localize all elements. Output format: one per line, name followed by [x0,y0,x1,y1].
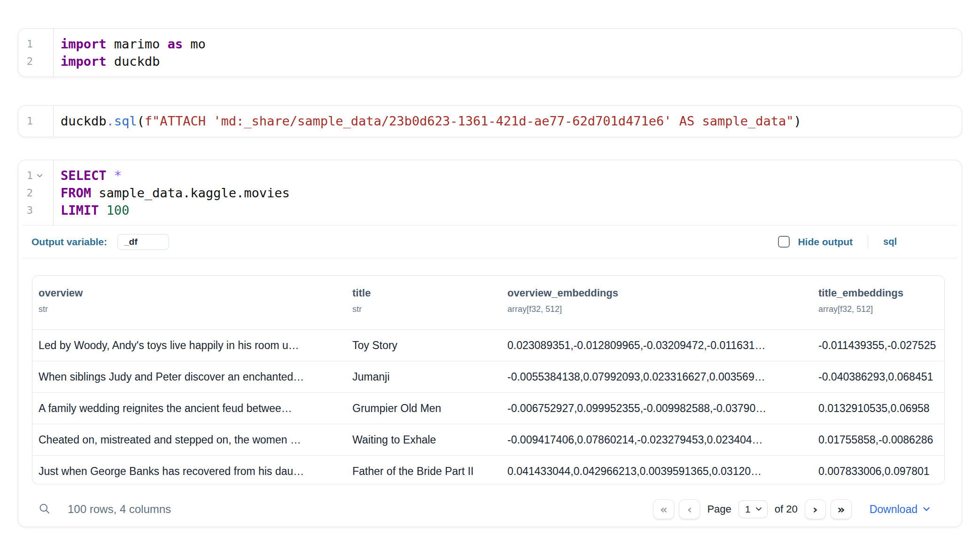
column-header-overview[interactable]: overviewstr [32,276,346,329]
table-row[interactable]: A family wedding reignites the ancient f… [32,392,944,424]
table-row[interactable]: When siblings Judy and Peter discover an… [32,361,944,392]
code-token: import [61,37,107,51]
code-token: marimo [107,37,168,51]
code-line[interactable]: FROM sample_data.kaggle.movies [61,184,962,202]
column-name: overview [39,287,342,299]
table-row[interactable]: Cheated on, mistreated and stepped on, t… [32,424,944,455]
output-variable-label: Output variable: [31,236,107,248]
page-select-value: 1 [745,504,751,515]
code-editor[interactable]: 12 import marimo as moimport duckdb [18,29,962,77]
cell-title-embeddings: -0.011439355,-0.027525 [812,330,945,361]
column-name: title_embeddings [818,287,941,299]
code-content[interactable]: SELECT *FROM sample_data.kaggle.moviesLI… [54,160,962,225]
first-page-button[interactable]: « [653,499,674,519]
line-number-gutter: 123 [18,160,54,225]
cell-overview: Led by Woody, Andy's toys live happily i… [32,330,346,361]
column-header-title[interactable]: titlestr [346,276,501,329]
column-type: array[f32, 512] [507,304,808,314]
code-cell-attach: 1 duckdb.sql(f"ATTACH 'md:_share/sample_… [18,105,962,137]
code-token: . [107,114,114,128]
page-select[interactable]: 1 [739,500,768,518]
code-token: as [168,37,183,51]
chevron-left-icon: ‹ [687,503,692,516]
cell-overview-embeddings: -0.009417406,0.07860214,-0.023279453,0.0… [501,424,812,455]
code-token: duckdb [107,54,160,69]
page-total-label: of 20 [775,503,798,515]
line-number: 2 [18,187,33,199]
download-label: Download [870,503,918,516]
column-header-overview_embeddings[interactable]: overview_embeddingsarray[f32, 512] [501,276,812,329]
code-content[interactable]: import marimo as moimport duckdb [54,29,962,77]
table-footer: 100 rows, 4 columns « ‹ Page 1 of 20 › » [32,489,931,529]
line-number: 1 [18,38,33,50]
pagination: « ‹ Page 1 of 20 › » Download [653,499,931,519]
column-type: str [39,304,342,314]
cell-overview: When siblings Judy and Peter discover an… [32,361,346,392]
row-count-summary: 100 rows, 4 columns [68,503,171,516]
code-line[interactable]: LIMIT 100 [61,202,962,219]
last-page-button[interactable]: » [831,499,852,519]
code-token: 100 [99,203,129,218]
table-row[interactable]: Just when George Banks has recovered fro… [32,455,944,484]
page-label: Page [707,503,731,515]
column-name: title [352,287,497,299]
output-variable-input[interactable] [117,234,169,250]
cell-overview: A family wedding reignites the ancient f… [32,393,346,424]
code-token: ) [794,114,801,128]
divider [868,235,868,249]
code-content[interactable]: duckdb.sql(f"ATTACH 'md:_share/sample_da… [54,106,962,136]
code-token: ( [137,114,145,128]
cell-overview: Just when George Banks has recovered fro… [32,456,346,484]
code-line[interactable]: import marimo as mo [61,35,962,53]
line-number: 1 [18,115,33,127]
code-token: mo [183,37,206,51]
cell-overview-embeddings: 0.023089351,-0.012809965,-0.03209472,-0.… [501,330,812,361]
cell-title: Waiting to Exhale [346,424,501,455]
column-name: overview_embeddings [507,287,808,299]
table-row[interactable]: Led by Woody, Andy's toys live happily i… [32,329,944,361]
column-type: str [352,304,497,314]
search-icon [38,502,51,516]
code-token: duckdb [61,114,107,128]
previous-page-button[interactable]: ‹ [679,499,700,519]
code-editor[interactable]: 123 SELECT *FROM sample_data.kaggle.movi… [18,160,962,225]
line-number-gutter: 12 [18,29,54,77]
download-button[interactable]: Download [870,503,931,516]
chevrons-right-icon: » [837,503,845,516]
cell-title-embeddings: -0.040386293,0.068451 [812,361,945,392]
cell-overview: Cheated on, mistreated and stepped on, t… [32,424,346,455]
code-token: import [61,54,107,69]
code-cell-imports: 12 import marimo as moimport duckdb [18,28,962,77]
data-table: overviewstrtitlestroverview_embeddingsar… [32,275,945,484]
fold-chevron-icon[interactable] [33,172,54,179]
sql-cell-toolbar: Output variable: Hide output sql [18,226,962,258]
code-line[interactable]: duckdb.sql(f"ATTACH 'md:_share/sample_da… [61,112,962,130]
column-type: array[f32, 512] [818,304,941,314]
cell-title: Grumpier Old Men [346,393,501,424]
cell-title: Toy Story [346,330,501,361]
chevrons-left-icon: « [660,503,668,516]
cell-title: Jumanji [346,361,501,392]
code-token: FROM [61,186,91,200]
language-badge[interactable]: sql [883,236,897,247]
cell-title-embeddings: 0.01755858,-0.0086286 [812,424,945,455]
cell-title-embeddings: 0.007833006,0.097801 [812,456,945,484]
code-editor[interactable]: 1 duckdb.sql(f"ATTACH 'md:_share/sample_… [18,106,962,136]
next-page-button[interactable]: › [805,499,826,519]
line-number-gutter: 1 [18,106,54,136]
code-token: SELECT [61,168,107,183]
search-button[interactable] [38,502,51,516]
code-token: sample_data.kaggle.movies [91,186,290,200]
table-header-row: overviewstrtitlestroverview_embeddingsar… [32,276,944,329]
code-line[interactable]: import duckdb [61,53,962,70]
cell-title-embeddings: 0.0132910535,0.06958 [812,393,945,424]
code-token: sql [114,114,137,128]
hide-output-checkbox[interactable] [778,236,790,248]
chevron-right-icon: › [813,503,817,516]
hide-output-label: Hide output [798,236,853,248]
chevron-down-icon [918,503,931,516]
cell-overview-embeddings: -0.006752927,0.099952355,-0.009982588,-0… [501,393,812,424]
column-header-title_embeddings[interactable]: title_embeddingsarray[f32, 512] [812,276,945,329]
code-token: LIMIT [61,203,99,218]
code-line[interactable]: SELECT * [61,167,962,184]
